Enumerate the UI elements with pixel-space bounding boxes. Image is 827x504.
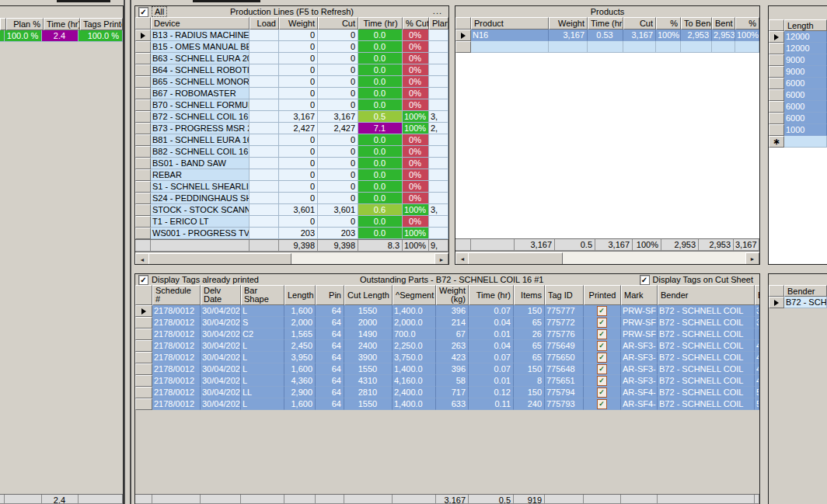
display-tags-cut-sheet-label[interactable]: Display Tags on Cut Sheet	[653, 275, 753, 284]
weight-kg-column-header[interactable]: Weight (kg)	[436, 285, 469, 305]
production-line-row[interactable]: T1 - ERICO LT 0 0 0.0 0%	[135, 216, 448, 228]
row-selector[interactable]	[769, 78, 784, 89]
empty-product-row[interactable]	[455, 41, 759, 53]
schedule-column-header[interactable]: Schedule #	[152, 285, 201, 305]
outstanding-part-row[interactable]: 2178/0012 30/04/202 S 2,000 64 2000 2,00…	[135, 317, 759, 328]
length-row[interactable]: 6000	[769, 89, 827, 101]
length-column-header[interactable]: Length	[284, 285, 316, 305]
cut-column-header[interactable]: Cut	[623, 17, 656, 30]
delv-date-column-header[interactable]: Delv Date	[201, 285, 241, 305]
row-selector[interactable]	[135, 53, 151, 64]
load-column-header[interactable]: Load	[249, 17, 279, 30]
row-selector[interactable]	[135, 64, 151, 76]
row-selector[interactable]	[769, 43, 784, 54]
row-selector[interactable]	[769, 66, 784, 78]
row-selector[interactable]	[135, 340, 152, 352]
row-selector[interactable]	[135, 181, 151, 193]
outstanding-part-row[interactable]: 2178/0012 30/04/202 L 1,600 64 1550 1,40…	[135, 398, 759, 410]
printed-checkbox[interactable]: ✓	[597, 376, 607, 386]
clipped-column-header[interactable]	[0, 18, 6, 30]
production-line-row[interactable]: B82 - SCHNELL COIL 16 0 0 0.0 0%	[135, 146, 448, 158]
production-line-row[interactable]: B73 - PROGRESS MSR 2 2,427 2,427 7.1 100…	[135, 123, 448, 134]
row-selector[interactable]	[769, 113, 784, 124]
weight-column-header[interactable]: Weight	[279, 17, 318, 30]
row-selector[interactable]	[769, 101, 784, 113]
display-tags-cut-sheet-checkbox[interactable]: ✓	[640, 275, 650, 285]
plan-column-header[interactable]: Plan %	[429, 17, 448, 30]
row-selector[interactable]	[135, 328, 152, 340]
printed-checkbox[interactable]: ✓	[597, 399, 607, 409]
products-horizontal-scrollbar[interactable]: ◄ ►	[455, 251, 759, 264]
weight-column-header[interactable]: Weight	[549, 17, 588, 30]
row-selector[interactable]	[135, 228, 151, 239]
row-selector[interactable]	[135, 204, 151, 216]
time-column-header[interactable]: Time (hr)	[358, 17, 403, 30]
length-row[interactable]: 6000	[769, 113, 827, 124]
time-column-header[interactable]: Time (hr)	[44, 18, 80, 30]
vertical-splitter[interactable]	[130, 0, 131, 504]
length-row[interactable]: 12000	[769, 43, 827, 54]
row-selector[interactable]	[769, 124, 784, 136]
outstanding-part-row[interactable]: 2178/0012 30/04/202 L 3,950 64 3900 3,75…	[135, 352, 759, 363]
row-selector[interactable]	[135, 317, 152, 328]
length-row[interactable]: 6000	[769, 78, 827, 89]
bent-column-header[interactable]: Bent	[712, 17, 735, 30]
production-horizontal-scrollbar[interactable]: ◄ ►	[135, 252, 448, 265]
printed-checkbox[interactable]: ✓	[597, 364, 607, 374]
device-column-header[interactable]: Device	[151, 17, 249, 30]
tag-id-column-header[interactable]: Tag ID	[545, 285, 584, 305]
row-selector[interactable]	[135, 30, 151, 41]
display-printed-tags-checkbox[interactable]: ✓	[138, 275, 148, 285]
product-row[interactable]: N16 3,167 0.53 3,167 100% 2,953 2,953 10…	[455, 30, 759, 41]
scroll-left-button[interactable]: ◄	[135, 253, 149, 265]
all-filter-label[interactable]: All	[152, 6, 167, 17]
outstanding-part-row[interactable]: 2178/0012 30/04/202 LL 2,900 64 2810 2,4…	[135, 387, 759, 398]
outstanding-part-row[interactable]: 2178/0012 30/04/202 L 1,600 64 1550 1,40…	[135, 305, 759, 317]
row-selector-header[interactable]	[135, 17, 151, 30]
row-selector[interactable]	[135, 88, 151, 99]
all-filter-checkbox[interactable]: ✓	[138, 7, 148, 17]
length-row[interactable]: 12000	[769, 31, 827, 43]
production-line-row[interactable]: B13 - RADIUS MACHINE 0 0 0.0 0%	[135, 30, 448, 41]
production-line-row[interactable]: B70 - SCHNELL FORMUI 0 0 0.0 0%	[135, 99, 448, 111]
clipped-column-header[interactable]: B	[755, 285, 760, 305]
length-row[interactable]: 9000	[769, 66, 827, 78]
segment-column-header[interactable]: ^Segment	[393, 285, 436, 305]
printed-checkbox[interactable]: ✓	[597, 388, 607, 398]
time-column-header[interactable]: Time (hr)	[588, 17, 623, 30]
row-selector-header[interactable]	[769, 19, 784, 31]
length-row[interactable]: 1000	[769, 124, 827, 136]
row-selector[interactable]	[769, 54, 784, 66]
time-column-header[interactable]: Time (hr)	[469, 285, 514, 305]
printed-checkbox[interactable]: ✓	[597, 353, 607, 363]
display-printed-tags-label[interactable]: Display Tags already printed	[152, 275, 259, 284]
product-column-header[interactable]: Product	[471, 17, 549, 30]
outstanding-part-row[interactable]: 2178/0012 30/04/202 L 2,450 64 2400 2,25…	[135, 340, 759, 352]
pin-column-header[interactable]: Pin	[316, 285, 344, 305]
bent-pct-column-header[interactable]: %	[735, 17, 759, 30]
row-selector-header[interactable]	[769, 285, 784, 297]
production-line-row[interactable]: S24 - PEDDINGHAUS SH 0 0 0.0 0%	[135, 193, 448, 204]
cut-length-column-header[interactable]: Cut Length	[344, 285, 393, 305]
production-line-row[interactable]: B65 - SCHNELL MONOR 0 0 0.0 0%	[135, 76, 448, 88]
new-record-selector[interactable]: ∗	[769, 136, 784, 148]
scrollbar-thumb[interactable]	[468, 252, 563, 265]
row-selector[interactable]	[135, 352, 152, 363]
row-selector[interactable]	[135, 146, 151, 158]
pct-cut-column-header[interactable]: % Cut	[403, 17, 429, 30]
row-selector[interactable]	[769, 89, 784, 101]
production-line-row[interactable]: S1 - SCHNELL SHEARLI 0 0 0.0 0%	[135, 181, 448, 193]
row-selector[interactable]	[135, 375, 152, 387]
plan-pct-column-header[interactable]: Plan %	[6, 18, 44, 30]
scrollbar-thumb[interactable]	[148, 253, 291, 265]
mark-column-header[interactable]: Mark	[621, 285, 658, 305]
row-selector[interactable]	[135, 193, 151, 204]
printed-column-header[interactable]: Printed	[584, 285, 621, 305]
outstanding-part-row[interactable]: 2178/0012 30/04/202 L 1,600 64 1550 1,40…	[135, 363, 759, 375]
bender-column-header[interactable]: Bender	[658, 285, 755, 305]
row-selector[interactable]	[135, 123, 151, 134]
row-selector[interactable]	[455, 30, 471, 41]
row-selector[interactable]	[135, 111, 151, 123]
bender-column-header[interactable]: Bender	[784, 285, 827, 297]
bender-row[interactable]: B72 - SCHN	[769, 297, 827, 308]
